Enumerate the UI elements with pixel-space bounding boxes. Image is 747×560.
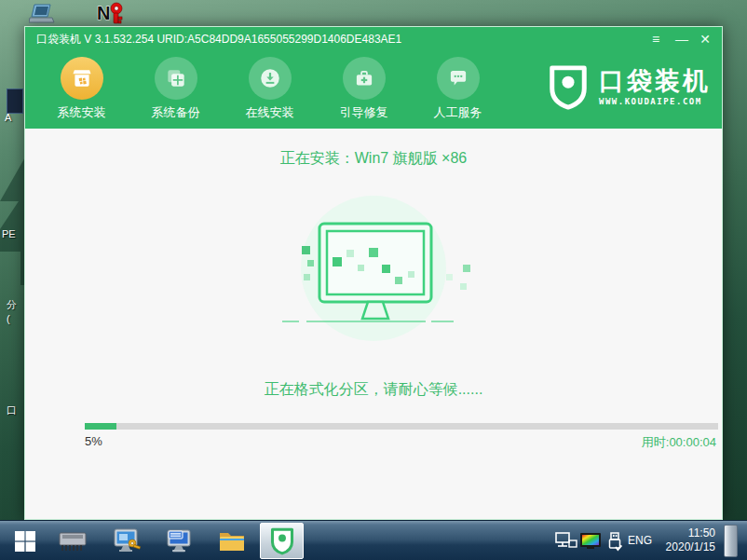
elapsed-time: 用时:00:00:04 (642, 434, 716, 451)
nav-item-online-install[interactable]: 在线安装 (223, 52, 317, 129)
progress-fill (85, 423, 116, 430)
green-shield-icon (269, 526, 295, 555)
partial-desktop-icon[interactable] (7, 89, 23, 114)
chat-bubble-icon (437, 57, 480, 100)
nav-header: 系统安装 系统备份 (25, 52, 722, 129)
usb-icon[interactable] (607, 532, 623, 552)
desktop-label-kou[interactable]: 口 (7, 403, 17, 417)
taskbar-clock[interactable]: 11:50 2020/1/15 (658, 526, 715, 554)
nav-label: 引导修复 (340, 104, 388, 121)
download-circle-icon (249, 57, 292, 100)
brand-logo: 口袋装机 WWW.KOUDAIPE.COM (547, 63, 711, 110)
progress-percent: 5% (85, 434, 102, 448)
window-titlebar[interactable]: 口袋装机 V 3.1.532.254 URID:A5C84DD9A1655055… (25, 27, 722, 52)
display-lock-app[interactable] (108, 525, 145, 558)
desktop-label-paren[interactable]: ( (7, 313, 10, 324)
installer-window: 口袋装机 V 3.1.532.254 URID:A5C84DD9A1655055… (24, 26, 723, 520)
brand-site: WWW.KOUDAIPE.COM (599, 97, 711, 106)
pocket-installer-app[interactable] (260, 523, 304, 559)
nav-item-human-service[interactable]: 人工服务 (411, 52, 505, 129)
toolbox-plus-icon (343, 57, 386, 100)
color-display-icon[interactable] (579, 532, 602, 550)
laptop-icon[interactable] (29, 4, 55, 24)
nav-label: 在线安装 (246, 104, 294, 121)
shield-dot-icon (547, 63, 590, 110)
minimize-icon[interactable]: — (671, 27, 693, 52)
taskbar: ENG 11:50 2020/1/15 (0, 520, 747, 560)
language-indicator[interactable]: ENG (628, 534, 652, 547)
progress-bar (85, 423, 718, 430)
start-button[interactable] (7, 525, 43, 558)
network-icon[interactable] (555, 532, 577, 551)
desktop: N A PE 分 ( 口 口袋装机 V 3.1.532.254 URID:A5C… (0, 0, 747, 560)
monitor-illustration (271, 190, 476, 347)
install-progress-panel: 正在安装：Win7 旗舰版 ×86 (25, 129, 722, 521)
folder-icon (217, 529, 247, 553)
show-desktop-button[interactable] (724, 525, 738, 557)
software-box-icon (61, 57, 103, 100)
nav-label: 系统备份 (152, 104, 200, 121)
brand-name: 口袋装机 (599, 68, 711, 94)
nav-label: 系统安装 (58, 104, 106, 121)
close-icon[interactable]: ✕ (694, 27, 716, 52)
desktop-label-pe[interactable]: PE (2, 228, 16, 239)
clock-time: 11:50 (658, 526, 715, 540)
display-lock-icon (112, 527, 142, 555)
svg-text:N: N (97, 3, 110, 23)
window-title: 口袋装机 V 3.1.532.254 URID:A5C84DD9A1655055… (36, 33, 401, 46)
desktop-label-a[interactable]: A (5, 112, 11, 123)
backup-windows-icon (155, 57, 197, 100)
file-explorer-app[interactable] (213, 525, 251, 558)
install-heading: 正在安装：Win7 旗舰版 ×86 (25, 129, 722, 169)
desktop-label-fen[interactable]: 分 (7, 298, 17, 312)
nav-item-boot-repair[interactable]: 引导修复 (317, 52, 411, 129)
memory-chip-icon (57, 529, 88, 553)
display-keyboard-app[interactable] (160, 525, 197, 558)
status-message: 正在格式化分区，请耐心等候...... (25, 380, 722, 400)
display-keyboard-icon (164, 527, 194, 555)
nav-item-system-install[interactable]: 系统安装 (34, 52, 129, 129)
windows-logo-icon (14, 530, 36, 553)
nav-item-system-backup[interactable]: 系统备份 (129, 52, 223, 129)
clock-date: 2020/1/15 (658, 540, 715, 554)
nav-label: 人工服务 (434, 104, 482, 121)
menu-icon[interactable]: ≡ (645, 27, 667, 52)
memory-chip-app[interactable] (54, 525, 91, 558)
